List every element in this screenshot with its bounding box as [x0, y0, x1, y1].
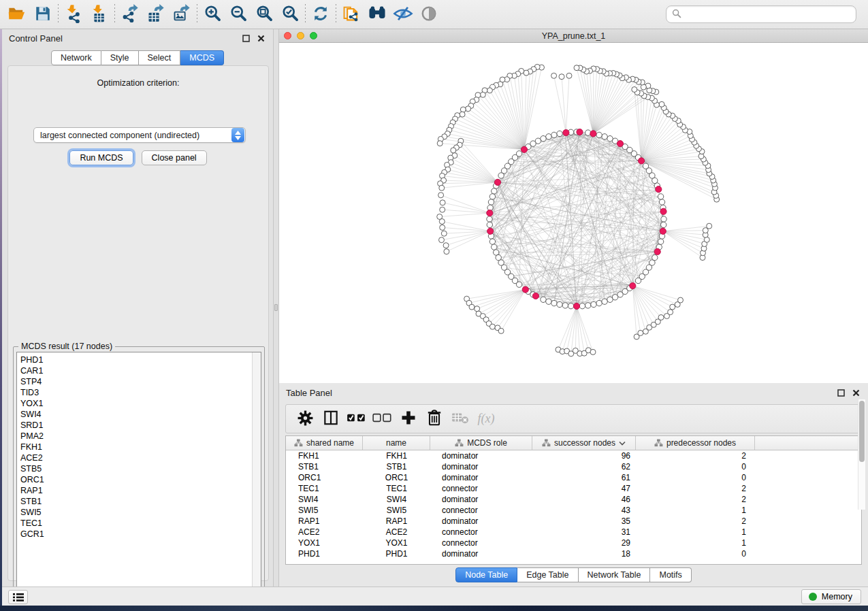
mcds-panel: Optimization criterion: largest connecte… [7, 65, 269, 581]
export-network-icon [120, 4, 140, 25]
refresh-layout-button[interactable] [308, 2, 334, 27]
tab-motifs[interactable]: Motifs [650, 567, 691, 582]
save-icon [34, 5, 52, 24]
select-all-button[interactable] [344, 408, 369, 431]
add-column-button[interactable] [396, 408, 421, 431]
tab-select[interactable]: Select [139, 50, 181, 65]
column-header-predecessor-nodes[interactable]: predecessor nodes [636, 436, 755, 450]
result-list-item[interactable]: SRD1 [17, 420, 251, 431]
table-scrollbar[interactable] [858, 399, 865, 510]
zoom-in-icon [204, 4, 222, 24]
delete-column-button[interactable] [422, 408, 447, 431]
task-history-button[interactable] [8, 590, 28, 604]
result-list-item[interactable]: TID3 [17, 387, 251, 398]
table-row[interactable]: RAP1RAP1dominator352 [286, 516, 861, 527]
table-scrollbar-thumb[interactable] [859, 401, 865, 462]
search-input[interactable] [681, 10, 850, 19]
zoom-selected-button[interactable] [277, 2, 303, 27]
table-row[interactable]: TEC1TEC1connector472 [286, 483, 861, 494]
toolbar-separator [114, 4, 115, 24]
criterion-select[interactable]: largest connected component (undirected) [33, 127, 246, 143]
hide-panels-button[interactable] [390, 2, 416, 27]
import-network-button[interactable] [61, 2, 86, 27]
panel-splitter[interactable] [273, 29, 279, 587]
export-network-button[interactable] [117, 2, 143, 27]
search-icon [672, 9, 681, 20]
table-row[interactable]: FKH1FKH1dominator962 [286, 450, 861, 461]
result-list-item[interactable]: STB5 [17, 463, 251, 474]
show-columns-button[interactable] [319, 408, 343, 431]
table-row[interactable]: SWI5SWI5connector431 [286, 505, 861, 516]
result-list-item[interactable]: STP4 [17, 376, 251, 387]
search-box[interactable] [666, 5, 856, 23]
tab-node-table[interactable]: Node Table [455, 567, 517, 582]
deselect-all-button[interactable] [370, 408, 395, 431]
tab-style[interactable]: Style [101, 50, 139, 65]
mcds-result-list[interactable]: PHD1CAR1STP4TID3YOX1SWI4SRD1PMA2FKH1ACE2… [16, 352, 261, 596]
table-row[interactable]: STB1STB1dominator620 [286, 461, 861, 472]
cell: TEC1 [363, 484, 430, 493]
float-panel-icon[interactable] [240, 33, 251, 44]
save-session-button[interactable] [30, 2, 56, 27]
cell: ORC1 [286, 473, 363, 482]
cell: ACE2 [363, 527, 430, 537]
float-table-panel-icon[interactable] [835, 387, 846, 398]
table-row[interactable]: SWI4SWI4dominator462 [286, 494, 861, 505]
close-panel-icon[interactable] [255, 33, 266, 44]
network-view-panel: YPA_prune.txt_1 [279, 29, 868, 383]
column-header-MCDS-role[interactable]: MCDS role [430, 436, 532, 450]
cell: RAP1 [286, 516, 363, 526]
cell: 0 [636, 549, 755, 559]
column-header-successor-nodes[interactable]: successor nodes [532, 436, 636, 450]
new-network-from-selection-button[interactable] [338, 2, 364, 27]
column-label: shared name [306, 438, 354, 448]
column-header-name[interactable]: name [363, 436, 430, 450]
table-options-button[interactable] [293, 408, 317, 431]
cell: 0 [636, 462, 755, 472]
result-list-item[interactable]: YOX1 [17, 398, 251, 409]
cell: connector [430, 484, 532, 493]
import-table-icon [90, 4, 109, 25]
export-table-button[interactable] [143, 2, 169, 27]
zoom-fit-icon [255, 4, 274, 24]
result-list-item[interactable]: ORC1 [17, 474, 251, 485]
import-table-button[interactable] [86, 2, 112, 27]
tab-mcds[interactable]: MCDS [180, 50, 224, 65]
result-list-item[interactable]: STB1 [17, 496, 251, 507]
result-list-item[interactable]: SWI5 [17, 507, 251, 518]
result-list-item[interactable]: ACE2 [17, 452, 251, 463]
cell: FKH1 [363, 451, 430, 461]
table-row[interactable]: YOX1YOX1connector291 [286, 538, 861, 548]
zoom-out-button[interactable] [225, 2, 251, 27]
result-list-item[interactable]: RAP1 [17, 485, 251, 496]
result-list-item[interactable]: CAR1 [17, 365, 251, 376]
export-image-button[interactable] [169, 2, 195, 27]
show-panels-button[interactable] [416, 2, 442, 27]
tab-edge-table[interactable]: Edge Table [517, 567, 578, 582]
column-header-shared-name[interactable]: shared name [286, 436, 363, 450]
search-window-button[interactable] [364, 2, 390, 27]
table-delete-icon [451, 410, 470, 427]
zoom-fit-button[interactable] [251, 2, 277, 27]
result-list-item[interactable]: GCR1 [17, 529, 251, 540]
table-row[interactable]: PHD1PHD1dominator180 [286, 548, 861, 559]
result-list-scrollbar[interactable] [252, 352, 261, 595]
network-canvas[interactable] [279, 43, 868, 383]
cell: PHD1 [363, 549, 430, 559]
open-file-button[interactable] [4, 2, 30, 27]
close-panel-button[interactable]: Close panel [142, 150, 207, 165]
memory-button[interactable]: Memory [801, 589, 861, 604]
run-mcds-button[interactable]: Run MCDS [69, 150, 133, 165]
tab-network-table[interactable]: Network Table [579, 567, 651, 582]
close-table-panel-icon[interactable] [850, 387, 861, 398]
table-row[interactable]: ACE2ACE2connector311 [286, 527, 861, 538]
cell: 18 [532, 549, 636, 559]
table-row[interactable]: ORC1ORC1dominator610 [286, 472, 861, 483]
result-list-item[interactable]: TEC1 [17, 518, 251, 529]
result-list-item[interactable]: SWI4 [17, 409, 251, 420]
result-list-item[interactable]: PHD1 [17, 354, 251, 365]
result-list-item[interactable]: FKH1 [17, 442, 251, 452]
result-list-item[interactable]: PMA2 [17, 431, 251, 442]
zoom-in-button[interactable] [199, 2, 225, 27]
tab-network[interactable]: Network [51, 50, 101, 65]
